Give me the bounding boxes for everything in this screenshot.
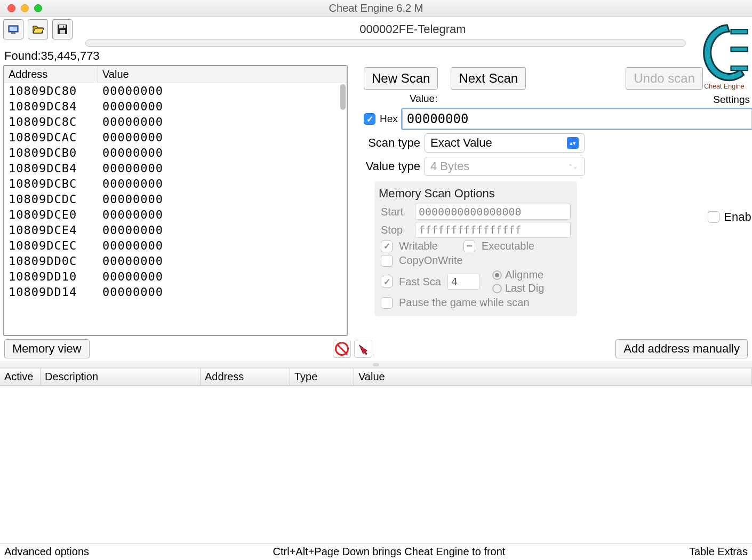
toolbar: 000002FE-Telegram — [0, 17, 752, 39]
speedhack-label: Enable Speedha — [724, 210, 752, 224]
undo-scan-button: Undo scan — [626, 67, 703, 90]
fastscan-checkbox[interactable]: ✓ — [381, 276, 393, 287]
address-table[interactable]: Active Description Address Type Value — [0, 368, 752, 543]
advanced-options-link[interactable]: Advanced options — [4, 546, 89, 558]
speedhack-checkbox[interactable] — [708, 211, 719, 223]
col-active[interactable]: Active — [0, 369, 41, 385]
hex-label: Hex — [380, 113, 398, 125]
chevron-updown-icon: ⌃⌄ — [567, 161, 579, 172]
svg-rect-4 — [59, 25, 66, 28]
add-to-list-button[interactable] — [354, 340, 372, 358]
result-row[interactable]: 10809DCAC00000000 — [4, 130, 347, 145]
svg-rect-2 — [11, 33, 15, 34]
address-table-header: Active Description Address Type Value — [0, 369, 752, 386]
process-name: 000002FE-Telegram — [77, 22, 749, 36]
svg-rect-6 — [63, 26, 64, 28]
svg-rect-8 — [731, 47, 747, 51]
memory-view-button[interactable]: Memory view — [4, 339, 90, 358]
column-value[interactable]: Value — [98, 66, 347, 83]
titlebar: Cheat Engine 6.2 M — [0, 0, 752, 17]
save-button[interactable] — [52, 19, 73, 39]
col-address[interactable]: Address — [201, 369, 290, 385]
chevron-updown-icon: ▴▾ — [567, 137, 579, 149]
statusbar: Advanced options Ctrl+Alt+Page Down brin… — [0, 543, 752, 560]
svg-rect-1 — [10, 27, 17, 31]
new-scan-button[interactable]: New Scan — [364, 67, 438, 90]
value-type-label: Value type — [364, 159, 420, 173]
alignment-radio[interactable] — [492, 270, 502, 280]
result-row[interactable]: 10809DCDC00000000 — [4, 191, 347, 207]
scan-value-input[interactable] — [402, 109, 752, 129]
writable-label: Writable — [399, 240, 438, 252]
result-row[interactable]: 10809DC8C00000000 — [4, 114, 347, 130]
pause-label: Pause the game while scan — [399, 297, 530, 309]
svg-rect-7 — [731, 29, 747, 34]
copyonwrite-label: CopyOnWrite — [399, 254, 463, 267]
result-row[interactable]: 10809DCB400000000 — [4, 161, 347, 176]
result-row[interactable]: 10809DC8000000000 — [4, 83, 347, 99]
copyonwrite-checkbox[interactable] — [381, 255, 393, 267]
scan-type-select[interactable]: Exact Value ▴▾ — [425, 133, 585, 153]
add-address-button[interactable]: Add address manually — [615, 339, 748, 358]
result-row[interactable]: 10809DD0C00000000 — [4, 253, 347, 269]
address-table-body[interactable] — [0, 386, 752, 543]
result-row[interactable]: 10809DCE000000000 — [4, 207, 347, 222]
scrollbar-thumb[interactable] — [340, 84, 346, 110]
hex-checkbox[interactable]: ✓ — [364, 113, 375, 125]
column-address[interactable]: Address — [4, 66, 98, 83]
value-type-select[interactable]: 4 Bytes ⌃⌄ — [425, 157, 585, 176]
memory-scan-options: Memory Scan Options Start Stop ✓ Writabl… — [374, 181, 577, 316]
result-row[interactable]: 10809DD1400000000 — [4, 284, 347, 300]
clear-list-button[interactable] — [333, 340, 351, 358]
memopts-header: Memory Scan Options — [379, 187, 571, 201]
fastscan-label: Fast Sca — [399, 276, 441, 288]
value-label: Value: — [410, 93, 752, 105]
open-button[interactable] — [28, 19, 48, 39]
result-row[interactable]: 10809DCE400000000 — [4, 222, 347, 238]
progress-bar — [85, 39, 686, 47]
status-hint: Ctrl+Alt+Page Down brings Cheat Engine t… — [89, 546, 689, 558]
executable-label: Executable — [482, 240, 534, 252]
pause-checkbox[interactable] — [381, 297, 393, 309]
col-description[interactable]: Description — [41, 369, 201, 385]
table-extras-link[interactable]: Table Extras — [689, 546, 748, 558]
result-row[interactable]: 10809DD1000000000 — [4, 269, 347, 284]
result-row[interactable]: 10809DCBC00000000 — [4, 176, 347, 191]
next-scan-button[interactable]: Next Scan — [451, 67, 526, 90]
start-address-input[interactable] — [415, 204, 571, 220]
stop-label: Stop — [381, 224, 409, 236]
executable-checkbox[interactable]: − — [463, 241, 475, 252]
result-row[interactable]: 10809DCB000000000 — [4, 145, 347, 161]
result-row[interactable]: 10809DCEC00000000 — [4, 238, 347, 253]
start-label: Start — [381, 206, 409, 218]
process-picker-button[interactable] — [3, 19, 23, 39]
results-list[interactable]: Address Value 10809DC800000000010809DC84… — [3, 65, 348, 336]
found-count: Found:35,445,773 — [0, 47, 752, 65]
results-header: Address Value — [4, 66, 347, 83]
stop-address-input[interactable] — [415, 222, 571, 238]
result-row[interactable]: 10809DC8400000000 — [4, 99, 347, 114]
window-title: Cheat Engine 6.2 M — [0, 2, 752, 14]
col-type[interactable]: Type — [290, 369, 354, 385]
lastdigits-radio[interactable] — [492, 284, 502, 293]
writable-checkbox[interactable]: ✓ — [381, 241, 393, 252]
scan-type-label: Scan type — [364, 136, 420, 150]
svg-rect-5 — [60, 30, 65, 34]
no-entry-icon — [335, 342, 349, 356]
fastscan-value-input[interactable] — [447, 274, 479, 290]
splitter-handle[interactable] — [0, 362, 752, 368]
col-value[interactable]: Value — [354, 369, 752, 385]
